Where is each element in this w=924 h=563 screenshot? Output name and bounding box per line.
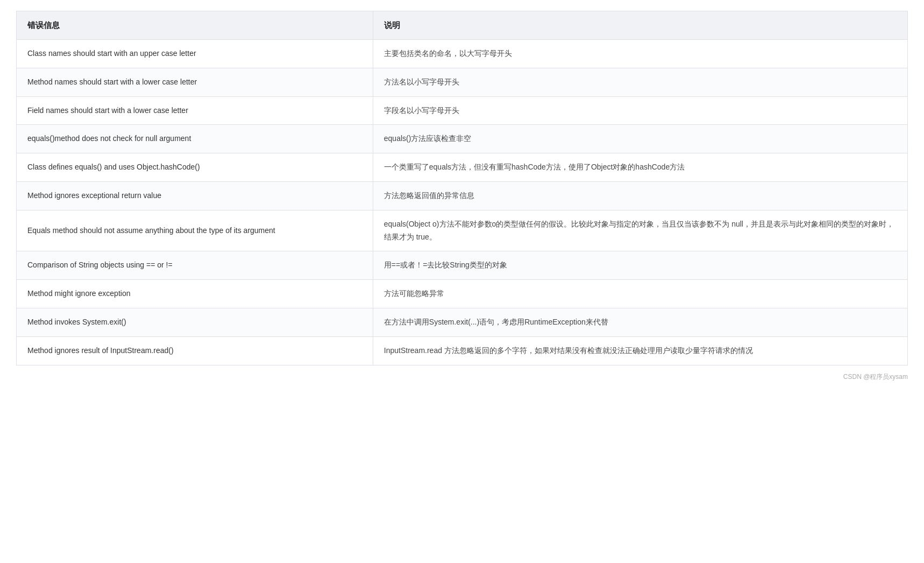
desc-cell: 用==或者！=去比较String类型的对象 bbox=[373, 251, 907, 280]
table-row: Method might ignore exception方法可能忽略异常 bbox=[17, 280, 908, 308]
error-cell: Equals method should not assume anything… bbox=[17, 210, 373, 251]
table-row: Method ignores result of InputStream.rea… bbox=[17, 336, 908, 365]
error-cell: Method ignores result of InputStream.rea… bbox=[17, 336, 373, 365]
error-cell: Field names should start with a lower ca… bbox=[17, 96, 373, 125]
table-row: Class defines equals() and uses Object.h… bbox=[17, 153, 908, 182]
table-row: Class names should start with an upper c… bbox=[17, 40, 908, 68]
watermark: CSDN @程序员xysam bbox=[16, 365, 908, 382]
table-row: Equals method should not assume anything… bbox=[17, 210, 908, 251]
table-row: Method ignores exceptional return value方… bbox=[17, 181, 908, 210]
error-cell: Class defines equals() and uses Object.h… bbox=[17, 153, 373, 182]
desc-cell: 方法忽略返回值的异常信息 bbox=[373, 181, 907, 210]
desc-cell: 在方法中调用System.exit(...)语句，考虑用RuntimeExcep… bbox=[373, 308, 907, 336]
error-table: 错误信息 说明 Class names should start with an… bbox=[16, 11, 908, 365]
desc-cell: InputStream.read 方法忽略返回的多个字符，如果对结果没有检查就没… bbox=[373, 336, 907, 365]
page-wrapper: 错误信息 说明 Class names should start with an… bbox=[0, 0, 924, 563]
table-row: equals()method does not check for null a… bbox=[17, 125, 908, 153]
desc-cell: 方法可能忽略异常 bbox=[373, 280, 907, 308]
error-cell: Method ignores exceptional return value bbox=[17, 181, 373, 210]
desc-cell: equals(Object o)方法不能对参数o的类型做任何的假设。比较此对象与… bbox=[373, 210, 907, 251]
table-row: Method invokes System.exit()在方法中调用System… bbox=[17, 308, 908, 336]
desc-cell: 方法名以小写字母开头 bbox=[373, 68, 907, 96]
error-cell: Method invokes System.exit() bbox=[17, 308, 373, 336]
error-cell: Method might ignore exception bbox=[17, 280, 373, 308]
error-cell: Method names should start with a lower c… bbox=[17, 68, 373, 96]
header-error-col: 错误信息 bbox=[17, 11, 373, 40]
table-row: Method names should start with a lower c… bbox=[17, 68, 908, 96]
header-desc-col: 说明 bbox=[373, 11, 907, 40]
desc-cell: 一个类重写了equals方法，但没有重写hashCode方法，使用了Object… bbox=[373, 153, 907, 182]
error-cell: Comparison of String objects using == or… bbox=[17, 251, 373, 280]
desc-cell: 主要包括类名的命名，以大写字母开头 bbox=[373, 40, 907, 68]
desc-cell: 字段名以小写字母开头 bbox=[373, 96, 907, 125]
table-header-row: 错误信息 说明 bbox=[17, 11, 908, 40]
error-cell: Class names should start with an upper c… bbox=[17, 40, 373, 68]
table-row: Comparison of String objects using == or… bbox=[17, 251, 908, 280]
desc-cell: equals()方法应该检查非空 bbox=[373, 125, 907, 153]
error-cell: equals()method does not check for null a… bbox=[17, 125, 373, 153]
table-row: Field names should start with a lower ca… bbox=[17, 96, 908, 125]
